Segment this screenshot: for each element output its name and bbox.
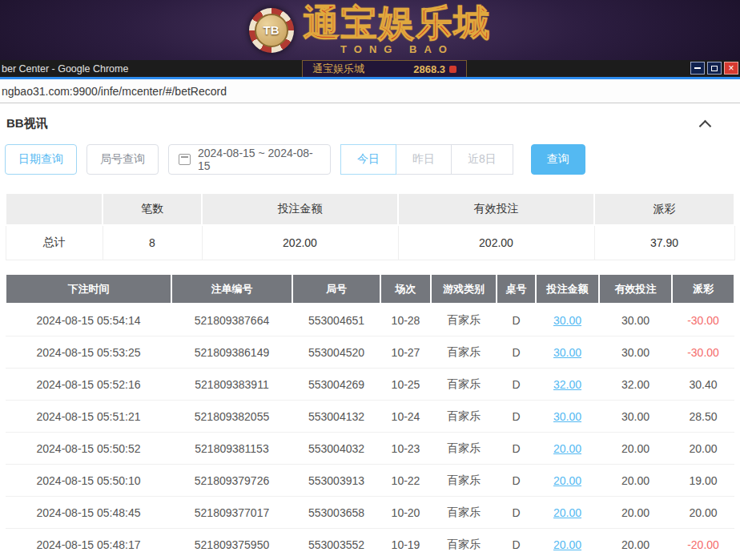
cell: 521809382055 xyxy=(171,401,292,433)
minimize-button[interactable] xyxy=(690,62,705,75)
refresh-icon[interactable] xyxy=(449,66,456,73)
cell: 19.00 xyxy=(672,465,734,497)
maximize-icon xyxy=(711,66,718,71)
round-query-tab[interactable]: 局号查询 xyxy=(86,144,159,175)
bet-amount-link[interactable]: 20.00 xyxy=(536,433,599,465)
cell: 2024-08-15 05:48:17 xyxy=(6,529,171,560)
column-header: 注单编号 xyxy=(171,274,292,304)
window-title: ber Center - Google Chrome xyxy=(2,63,128,75)
cell: 553004269 xyxy=(292,369,380,401)
bet-amount-link[interactable]: 20.00 xyxy=(536,497,599,529)
cell: 8 xyxy=(103,225,202,260)
summary-table: 笔数投注金额有效投注派彩 总计8202.00202.0037.90 xyxy=(5,192,735,260)
bet-record-row: 2024-08-15 05:48:45521809377017553003658… xyxy=(6,497,734,529)
cell: 28.50 xyxy=(672,401,734,433)
maximize-button[interactable] xyxy=(707,62,722,75)
tb-chip-icon: TB xyxy=(249,8,294,53)
chevron-up-icon[interactable] xyxy=(699,119,712,132)
date-range-input[interactable]: 2024-08-15 ~ 2024-08-15 xyxy=(168,144,331,175)
cell: 百家乐 xyxy=(431,497,497,529)
logo-text: 通宝娱乐城 TONG BAO xyxy=(304,6,492,55)
search-button[interactable]: 查询 xyxy=(531,144,585,175)
cell: 百家乐 xyxy=(431,433,497,465)
bets-header-row: 下注时间注单编号局号场次游戏类别桌号投注金额有效投注派彩 xyxy=(6,274,734,304)
column-header xyxy=(6,193,103,225)
column-header: 有效投注 xyxy=(398,193,594,225)
minimize-icon xyxy=(694,67,701,69)
last-8-days-button[interactable]: 近8日 xyxy=(451,144,513,175)
column-header: 有效投注 xyxy=(599,274,672,304)
address-bar[interactable]: ngbao31.com:9900/infe/mcenter/#/betRecor… xyxy=(0,79,740,103)
cell: 30.00 xyxy=(599,401,672,433)
date-query-tab[interactable]: 日期查询 xyxy=(5,144,77,175)
cell: 百家乐 xyxy=(431,304,497,336)
cell: 2024-08-15 05:50:10 xyxy=(6,465,171,497)
cell: 553003913 xyxy=(292,465,380,497)
column-header: 游戏类别 xyxy=(431,274,497,304)
cell: 10-25 xyxy=(380,369,431,401)
balance-strip: 通宝娱乐城 2868.3 xyxy=(302,60,467,77)
quick-range-group: 今日 昨日 近8日 xyxy=(340,144,513,175)
section-title: BB视讯 xyxy=(6,116,48,131)
bet-record-row: 2024-08-15 05:48:17521809375950553003552… xyxy=(6,529,734,560)
chip-monogram: TB xyxy=(255,14,288,47)
cell: 2024-08-15 05:53:25 xyxy=(6,336,171,369)
cell: 2024-08-15 05:51:21 xyxy=(6,401,171,433)
close-button[interactable]: × xyxy=(724,62,738,75)
site-name-en: TONG BAO xyxy=(304,43,492,55)
date-range-value: 2024-08-15 ~ 2024-08-15 xyxy=(198,147,320,172)
cell: 10-24 xyxy=(380,401,431,433)
bet-amount-link[interactable]: 30.00 xyxy=(536,401,599,433)
cell: 2024-08-15 05:54:14 xyxy=(6,304,171,336)
cell: 553004651 xyxy=(292,304,380,336)
cell: D xyxy=(497,369,536,401)
summary-header-row: 笔数投注金额有效投注派彩 xyxy=(6,193,734,225)
bet-record-row: 2024-08-15 05:50:10521809379726553003913… xyxy=(6,465,734,497)
cell: 2024-08-15 05:48:45 xyxy=(6,497,171,529)
bet-record-row: 2024-08-15 05:50:52521809381153553004032… xyxy=(6,433,734,465)
column-header: 笔数 xyxy=(103,193,202,225)
today-button[interactable]: 今日 xyxy=(340,144,396,175)
cell: 2024-08-15 05:52:16 xyxy=(6,369,171,401)
cell: 521809377017 xyxy=(171,497,292,529)
summary-row: 总计8202.00202.0037.90 xyxy=(6,225,734,260)
cell: -30.00 xyxy=(672,336,734,369)
balance-value: 2868.3 xyxy=(413,63,445,75)
balance-group: 2868.3 xyxy=(413,63,456,75)
cell: 20.00 xyxy=(599,433,672,465)
cell: 20.00 xyxy=(672,497,734,529)
cell: 521809387664 xyxy=(171,304,292,336)
cell: D xyxy=(497,304,536,336)
cell: 10-20 xyxy=(380,497,431,529)
bet-amount-link[interactable]: 32.00 xyxy=(536,369,599,401)
cell: 百家乐 xyxy=(431,369,497,401)
column-header: 投注金额 xyxy=(202,193,398,225)
bet-record-row: 2024-08-15 05:54:14521809387664553004651… xyxy=(6,304,734,336)
cell: 521809386149 xyxy=(171,336,292,369)
yesterday-button[interactable]: 昨日 xyxy=(396,144,452,175)
column-header: 局号 xyxy=(292,274,380,304)
cell: 521809383911 xyxy=(171,369,292,401)
window-controls: × xyxy=(690,62,738,75)
cell: 百家乐 xyxy=(431,529,497,560)
site-name-cn: 通宝娱乐城 xyxy=(304,6,492,42)
cell: 30.00 xyxy=(599,304,672,336)
bet-amount-link[interactable]: 20.00 xyxy=(536,465,599,497)
bet-amount-link[interactable]: 30.00 xyxy=(536,304,599,336)
cell: 202.00 xyxy=(398,225,594,260)
bet-record-row: 2024-08-15 05:52:16521809383911553004269… xyxy=(6,369,734,401)
cell: 521809381153 xyxy=(171,433,292,465)
cell: 10-23 xyxy=(380,433,431,465)
bet-amount-link[interactable]: 30.00 xyxy=(536,336,599,369)
cell: 553004520 xyxy=(292,336,380,369)
cell: 30.00 xyxy=(599,336,672,369)
cell: D xyxy=(497,336,536,369)
filter-bar: 日期查询 局号查询 2024-08-15 ~ 2024-08-15 今日 昨日 … xyxy=(5,144,735,175)
cell: -20.00 xyxy=(672,529,734,560)
balance-site-label: 通宝娱乐城 xyxy=(312,62,364,76)
cell: -30.00 xyxy=(672,304,734,336)
cell: 百家乐 xyxy=(431,401,497,433)
cell: 20.00 xyxy=(672,433,734,465)
bet-amount-link[interactable]: 20.00 xyxy=(536,529,599,560)
column-header: 派彩 xyxy=(594,193,734,225)
